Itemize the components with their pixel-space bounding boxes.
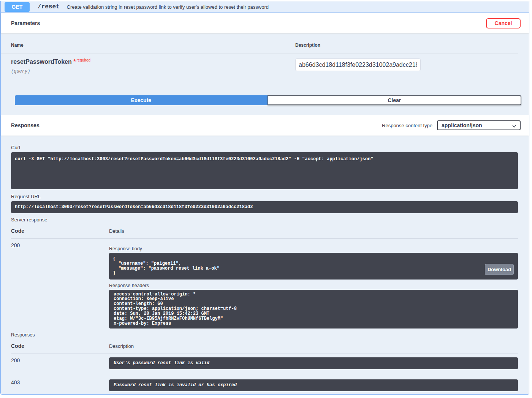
responses-header: Responses Response content type applicat… (1, 115, 529, 136)
response-headers-block: access-control-allow-origin: * connectio… (109, 290, 518, 329)
operation-description: Create validation string in reset passwo… (67, 4, 269, 10)
http-method-badge: GET (5, 2, 30, 12)
execute-wrapper: Execute Clear (1, 74, 529, 113)
response-body-block: { "username": "paigen11", "message": "pa… (109, 253, 518, 280)
server-response-code: 200 (11, 242, 109, 329)
server-response-label: Server response (11, 217, 518, 223)
documented-response-row-403: 403 Password reset link is invalid or ha… (11, 379, 518, 391)
parameters-header: Parameters Cancel (1, 13, 529, 33)
responses-inner: Curl curl -X GET "http://localhost:3003/… (1, 136, 529, 394)
documented-response-row-200: 200 User's password reset link is valid (11, 357, 518, 369)
code-column-header-2: Code (11, 343, 109, 349)
response-200-description: User's password reset link is valid (109, 357, 518, 369)
operation-path: /reset (38, 3, 60, 10)
server-response-column-headers: Code Details (11, 228, 518, 239)
response-body-label: Response body (109, 246, 518, 251)
operation-summary[interactable]: GET /reset Create validation string in r… (1, 1, 529, 13)
opblock-get-reset: GET /reset Create validation string in r… (0, 1, 529, 395)
documented-responses-column-headers: Code Description (11, 343, 518, 354)
response-headers-label: Response headers (109, 283, 518, 288)
curl-label: Curl (11, 136, 518, 150)
response-403-description: Password reset link is invalid or has ex… (109, 379, 518, 391)
parameter-row: resetPasswordToken *required (query) (1, 54, 518, 74)
content-type-value: application/json (442, 122, 482, 128)
download-button[interactable]: Download (485, 264, 514, 275)
request-url-label: Request URL (11, 194, 518, 199)
parameter-name: resetPasswordToken *required (11, 58, 295, 65)
description-column-header: Description (295, 43, 518, 48)
chevron-down-icon (512, 124, 516, 128)
required-label: required (76, 58, 90, 62)
cancel-button[interactable]: Cancel (486, 18, 521, 28)
name-column-header: Name (11, 43, 295, 48)
response-content-type-label: Response content type (382, 123, 432, 128)
response-content-type-select[interactable]: application/json (437, 120, 521, 130)
parameter-value-input[interactable] (295, 58, 421, 71)
description-column-header-2: Description (109, 343, 518, 349)
curl-command-block: curl -X GET "http://localhost:3003/reset… (11, 152, 518, 189)
response-code-403: 403 (11, 379, 109, 391)
server-response-row: 200 Response body { "username": "paigen1… (11, 242, 518, 329)
swagger-operation-page: GET /reset Create validation string in r… (0, 0, 532, 395)
required-star: * (73, 58, 76, 65)
documented-responses-label: Responses (11, 332, 518, 338)
parameters-column-headers: Name Description (1, 33, 518, 54)
responses-title: Responses (11, 122, 40, 128)
execute-button[interactable]: Execute (15, 95, 268, 105)
parameter-location: (query) (11, 69, 295, 74)
details-column-header: Details (109, 228, 518, 234)
request-url-block: http://localhost:3003/reset?resetPasswor… (11, 201, 518, 213)
response-code-200: 200 (11, 357, 109, 369)
code-column-header: Code (11, 228, 109, 234)
parameters-title: Parameters (11, 20, 40, 26)
clear-button[interactable]: Clear (268, 95, 522, 105)
